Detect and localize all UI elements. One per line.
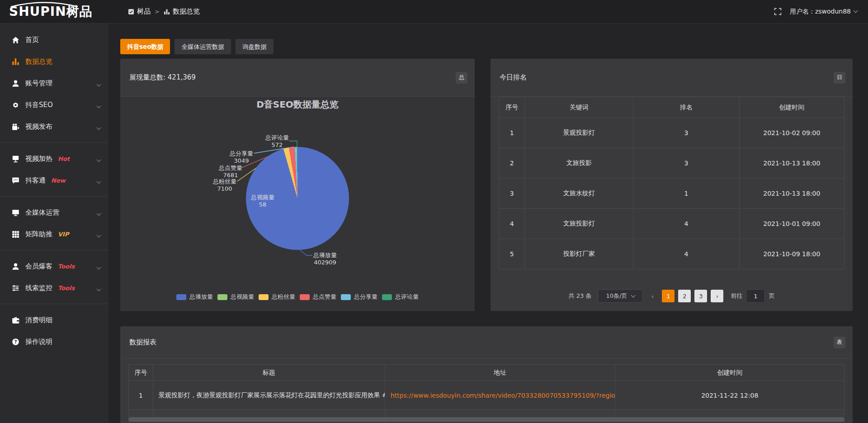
table-cell: 3 [633,118,740,148]
chevron-down-icon [97,284,100,292]
sidebar-item-media[interactable]: 全媒体运营 [0,202,108,223]
column-header: 关键词 [525,97,633,118]
goto-page-input[interactable] [746,289,765,303]
table-cell: 文旅投影 [525,148,633,179]
fullscreen-icon[interactable] [774,8,782,15]
sidebar-item-matrix[interactable]: 矩阵助推VIP [0,223,108,245]
legend-item-5[interactable]: 总评论量 [382,293,419,301]
chevron-down-icon [97,208,100,217]
sidebar-item-home[interactable]: 首页 [0,29,108,51]
home-icon [12,36,19,44]
impressions-total-label: 展现量总数: 421,369 [129,73,196,82]
sliders-icon [12,284,19,292]
legend-item-1[interactable]: 总视频量 [217,293,254,301]
goto-label: 前往 [731,292,742,300]
sidebar-item-member[interactable]: 会员爆客Tools [0,255,108,277]
table-cell: 2021-10-13 18:00 [739,179,844,209]
page-button-2[interactable]: 2 [678,290,691,302]
legend-item-4[interactable]: 总分享量 [341,293,377,301]
tab-2[interactable]: 询盘数据 [236,39,274,54]
page-button-3[interactable]: 3 [694,290,707,302]
user-menu[interactable]: 用户名：zswodun88 [790,8,857,16]
menu-tag: Tools [58,263,75,270]
table-cell: 3 [499,179,525,209]
chevron-down-icon [854,9,858,13]
menu-divider [0,196,108,197]
sidebar-item-help[interactable]: ?操作说明 [0,331,108,352]
total-badge-button[interactable]: 总 [456,72,467,84]
report-card-title: 数据报表 [129,338,156,347]
sidebar-item-heat[interactable]: 视频加热Hot [0,148,108,169]
menu-divider [0,304,108,304]
chevron-down-icon [631,293,636,297]
goto-unit-label: 页 [769,292,774,300]
sidebar-item-label: 消费明细 [25,316,52,324]
chart-title: D音SEO数据量总览 [120,99,475,111]
sidebar-item-label: 抖音SEO [25,101,53,109]
grid-icon [12,230,19,238]
sidebar-item-label: 全媒体运营 [25,208,59,217]
chevron-down-icon [97,101,100,109]
member-icon [12,263,19,270]
pie-label-videos: 总视频量58 [251,194,274,208]
legend-swatch [382,294,392,300]
menu-tag: New [51,177,66,184]
pie-label-comments: 总评论量572 [265,134,289,149]
table-badge-button[interactable]: 表 [834,337,845,348]
sidebar-item-consume[interactable]: 消费明细 [0,309,108,331]
breadcrumb-item-root[interactable]: 树品 [128,7,151,16]
breadcrumb-item-current[interactable]: 数据总览 [164,7,200,16]
page-button-1[interactable]: 1 [662,290,675,302]
logo-arc [8,2,80,7]
wallet-icon [12,316,19,324]
tab-1[interactable]: 全媒体运营数据 [175,39,231,54]
question-icon: ? [12,338,19,346]
pagination: 共 23 条10条/页‹123›前往页 [491,289,853,303]
table-row: 1景观投影灯，夜游景观投影灯厂家展示展示落花灯在花园里的灯光投影应用效果 #ht… [129,381,844,410]
module-icon [128,9,134,15]
card-header: 展现量总数: 421,369 总 [120,59,475,97]
legend-item-2[interactable]: 总粉丝量 [259,293,295,301]
sidebar-item-publish[interactable]: 视频发布 [0,116,108,137]
breadcrumb-label: 树品 [137,7,151,16]
chart-legend: 总播放量总视频量总粉丝量总点赞量总分享量总评论量 [120,293,475,301]
table-cell: 2021-10-09 18:00 [739,239,844,269]
sidebar-item-overview[interactable]: 数据总览 [0,51,108,72]
column-header: 排名 [633,97,740,118]
prev-page-button[interactable]: ‹ [646,290,658,302]
menu-tag: Hot [58,155,70,162]
sidebar-item-account[interactable]: 账号管理 [0,72,108,94]
legend-item-0[interactable]: 总播放量 [176,293,213,301]
next-page-button[interactable]: › [711,290,723,302]
column-header: 序号 [499,97,525,118]
legend-label: 总粉丝量 [272,293,295,301]
data-report-card: 数据报表 表 序号标题地址创建时间 1景观投影灯，夜游景观投影灯厂家展示展示落花… [120,326,853,423]
chevron-down-icon [97,176,100,185]
legend-swatch [341,294,351,300]
topbar: SHUPIN树品 树品 > 数据总览 用户名：zswodun88 [0,0,868,24]
card-header: 今日排名 日 [491,59,853,97]
video-camera-icon [12,123,19,131]
table-cell: 文旅投影灯 [525,209,633,239]
table-cell: 4 [633,209,740,239]
page-size-select[interactable]: 10条/页 [598,289,643,303]
video-link[interactable]: https://www.iesdouyin.com/share/video/70… [391,392,615,399]
sidebar-item-douketong[interactable]: 抖客通New [0,169,108,191]
sidebar-item-clue[interactable]: 线索监控Tools [0,277,108,299]
breadcrumb-separator: > [155,8,160,15]
legend-label: 总视频量 [231,293,254,301]
chevron-down-icon [97,230,100,239]
breadcrumb-label: 数据总览 [173,7,200,16]
table-cell: 1 [129,381,153,410]
pie-chart-area: D音SEO数据量总览 总评论量572 总分享量3049 总点赞量7681 [120,97,475,310]
day-badge-button[interactable]: 日 [834,72,845,84]
legend-item-3[interactable]: 总点赞量 [300,293,336,301]
column-header: 序号 [129,365,153,381]
sidebar-item-seo[interactable]: 抖音SEO [0,94,108,116]
tab-0[interactable]: 抖音seo数据 [120,39,170,54]
user-icon [12,80,19,87]
table-cell: 文旅水纹灯 [525,179,633,209]
sidebar-item-label: 矩阵助推 [25,230,52,239]
sidebar-item-label: 首页 [25,36,39,44]
horizontal-scrollbar[interactable] [128,417,844,422]
